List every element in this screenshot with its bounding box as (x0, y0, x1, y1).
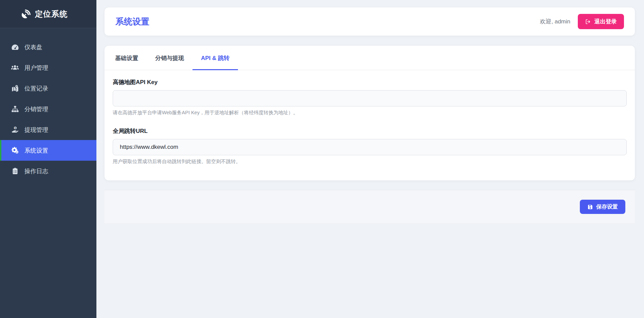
form-actions-footer: 保存设置 (105, 190, 635, 224)
sitemap-icon (10, 105, 20, 113)
sidebar: 定位系统 仪表盘 用户管理 位置记录 (0, 0, 96, 318)
save-button-label: 保存设置 (596, 203, 618, 211)
redirect-url-input[interactable] (113, 139, 627, 155)
satellite-dish-icon (22, 9, 31, 18)
hand-dollar-icon: $ (10, 126, 20, 134)
sidebar-nav: 仪表盘 用户管理 位置记录 分销管理 (0, 28, 96, 181)
tab-panel-api-redirect: 高德地图API Key 请在高德开放平台申请Web服务API Key，用于逆地址… (105, 70, 635, 180)
users-icon (10, 64, 20, 72)
sidebar-item-users[interactable]: 用户管理 (0, 57, 96, 78)
tab-row: 基础设置 分销与提现 API & 跳转 (105, 46, 635, 70)
svg-text:$: $ (15, 127, 16, 130)
amap-key-input[interactable] (113, 90, 627, 106)
save-icon (587, 204, 593, 210)
sidebar-item-label: 提现管理 (24, 126, 48, 134)
sidebar-item-label: 仪表盘 (24, 43, 42, 51)
form-group-amap-key: 高德地图API Key 请在高德开放平台申请Web服务API Key，用于逆地址… (113, 78, 627, 116)
amap-key-help: 请在高德开放平台申请Web服务API Key，用于逆地址解析（将经纬度转换为地址… (113, 110, 627, 116)
sidebar-item-distribution[interactable]: 分销管理 (0, 99, 96, 119)
sidebar-item-locations[interactable]: 位置记录 (0, 78, 96, 99)
amap-key-label: 高德地图API Key (113, 78, 627, 86)
app-logo: 定位系统 (0, 0, 96, 28)
sign-out-icon (585, 19, 591, 25)
gauge-icon (10, 43, 20, 51)
app-title: 定位系统 (35, 9, 68, 19)
tab-basic-settings[interactable]: 基础设置 (107, 46, 147, 70)
logout-button-label: 退出登录 (594, 18, 617, 25)
tab-distribution-withdrawal[interactable]: 分销与提现 (147, 46, 192, 70)
map-marked-icon (10, 84, 20, 92)
sidebar-item-label: 系统设置 (24, 146, 48, 155)
app-root: 定位系统 仪表盘 用户管理 位置记录 (0, 0, 644, 318)
redirect-url-label: 全局跳转URL (113, 127, 627, 135)
save-settings-button[interactable]: 保存设置 (580, 200, 625, 214)
gears-icon (10, 146, 20, 155)
redirect-url-help: 用户获取位置成功后将自动跳转到此链接。留空则不跳转。 (113, 158, 627, 165)
form-group-redirect-url: 全局跳转URL 用户获取位置成功后将自动跳转到此链接。留空则不跳转。 (113, 127, 627, 165)
sidebar-item-label: 分销管理 (24, 105, 48, 113)
logout-button[interactable]: 退出登录 (578, 14, 624, 29)
page-title: 系统设置 (115, 16, 149, 27)
sidebar-item-settings[interactable]: 系统设置 (0, 140, 96, 161)
main-content: 系统设置 欢迎, admin 退出登录 基础设置 分销与提现 API & 跳转 (96, 0, 644, 318)
welcome-text: 欢迎, admin (540, 18, 570, 25)
settings-card: 基础设置 分销与提现 API & 跳转 高德地图API Key 请在高德开放平台… (105, 46, 635, 180)
sidebar-item-label: 操作日志 (24, 167, 48, 175)
sidebar-item-logs[interactable]: 操作日志 (0, 161, 96, 181)
sidebar-item-label: 位置记录 (24, 84, 48, 93)
header-right: 欢迎, admin 退出登录 (540, 14, 624, 29)
page-header: 系统设置 欢迎, admin 退出登录 (105, 7, 635, 36)
sidebar-item-dashboard[interactable]: 仪表盘 (0, 37, 96, 57)
tab-api-redirect[interactable]: API & 跳转 (192, 46, 238, 70)
sidebar-item-label: 用户管理 (24, 64, 48, 72)
sidebar-item-withdrawals[interactable]: $ 提现管理 (0, 119, 96, 140)
clipboard-list-icon (10, 167, 20, 175)
